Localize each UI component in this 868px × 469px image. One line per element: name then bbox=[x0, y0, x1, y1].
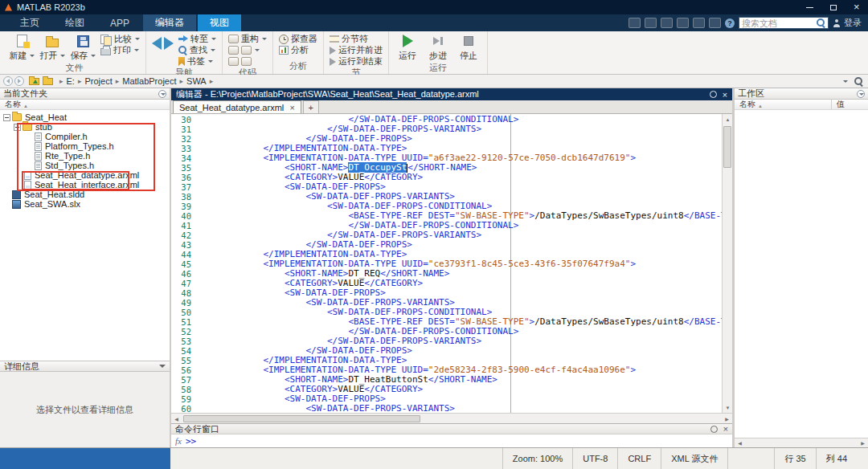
vertical-scroll-track[interactable] bbox=[723, 124, 732, 402]
panel-menu-icon[interactable] bbox=[158, 90, 166, 98]
close-icon bbox=[854, 2, 860, 13]
vertical-scroll-thumb[interactable] bbox=[723, 126, 731, 168]
cut-icon[interactable] bbox=[645, 18, 657, 28]
forward-button[interactable] bbox=[14, 76, 24, 86]
undo-icon[interactable] bbox=[693, 18, 705, 28]
tree-item-Seat_SWA.slx[interactable]: Seat_SWA.slx bbox=[0, 199, 170, 209]
code-tools-row-2[interactable] bbox=[228, 56, 267, 67]
refactor-icon bbox=[228, 35, 239, 43]
horizontal-scroll-thumb[interactable] bbox=[183, 415, 420, 422]
close-button[interactable] bbox=[845, 0, 868, 14]
collapse-toggle-icon[interactable] bbox=[3, 114, 10, 121]
file-h-icon bbox=[35, 133, 42, 141]
maximize-button[interactable] bbox=[821, 0, 845, 14]
open-button[interactable]: 打开 bbox=[39, 34, 65, 62]
close-tab-icon[interactable] bbox=[289, 103, 294, 112]
bookmark-button[interactable]: 书签 bbox=[178, 56, 216, 67]
analyze-button[interactable]: 分析 bbox=[279, 45, 317, 55]
panel-actions-icon[interactable] bbox=[710, 91, 717, 98]
details-empty-text: 选择文件以查看详细信息 bbox=[36, 404, 133, 416]
help-icon[interactable] bbox=[725, 18, 735, 28]
tree-item-Compiler.h[interactable]: Compiler.h bbox=[0, 132, 170, 141]
address-search-icon[interactable] bbox=[854, 77, 863, 86]
breadcrumb-segment[interactable]: Project bbox=[83, 76, 113, 86]
tab-view[interactable]: 视图 bbox=[198, 14, 241, 31]
vertical-scrollbar[interactable] bbox=[722, 114, 732, 413]
print-button[interactable]: 打印 bbox=[100, 45, 140, 55]
section-break-button[interactable]: 分节符 bbox=[330, 34, 383, 44]
scroll-down-arrow[interactable] bbox=[723, 402, 732, 413]
scroll-right-arrow[interactable] bbox=[722, 414, 732, 424]
name-column-header[interactable]: 名称 bbox=[0, 100, 170, 110]
paste-icon[interactable] bbox=[677, 18, 689, 28]
breadcrumb-segment[interactable]: MatlabProject bbox=[121, 76, 178, 86]
signin-button[interactable]: 登录 bbox=[833, 17, 862, 29]
tree-item-Std_Types.h[interactable]: Std_Types.h bbox=[0, 161, 170, 170]
address-dropdown-icon[interactable] bbox=[843, 80, 848, 83]
redo-icon[interactable] bbox=[709, 18, 721, 28]
code-tools-row-1[interactable] bbox=[228, 45, 267, 55]
refactor-button[interactable]: 重构 bbox=[228, 34, 267, 44]
workspace-name-column[interactable]: 名称 bbox=[735, 100, 832, 109]
status-encoding[interactable]: UTF-8 bbox=[572, 448, 617, 469]
compare-button[interactable]: 比较 bbox=[100, 34, 140, 44]
status-eol[interactable]: CRLF bbox=[617, 448, 661, 469]
tree-item-label: Seat_Heat_datatype.arxml bbox=[35, 170, 139, 180]
tree-item-Seat_Heat.sldd[interactable]: Seat_Heat.sldd bbox=[0, 190, 170, 199]
tree-item-Rte_Type.h[interactable]: Rte_Type.h bbox=[0, 151, 170, 161]
tab-home[interactable]: 主页 bbox=[8, 14, 51, 31]
tree-item-stub[interactable]: stub bbox=[0, 122, 170, 132]
step-button[interactable]: 步进 bbox=[425, 34, 451, 62]
command-prompt-area[interactable]: fx >> bbox=[171, 434, 732, 447]
details-header[interactable]: 详细信息 bbox=[0, 361, 170, 372]
minimize-button[interactable] bbox=[798, 0, 821, 14]
status-zoom[interactable]: Zoom: 100% bbox=[502, 448, 572, 469]
tab-editor[interactable]: 编辑器 bbox=[143, 14, 196, 31]
run-advance-button[interactable]: 运行并前进 bbox=[330, 45, 383, 55]
scroll-up-arrow[interactable] bbox=[723, 114, 732, 124]
details-title: 详细信息 bbox=[4, 361, 39, 373]
workspace-scrollbar[interactable] bbox=[735, 438, 868, 447]
folder-icon bbox=[23, 123, 32, 131]
step-button-label: 步进 bbox=[429, 50, 447, 62]
copy-icon[interactable] bbox=[661, 18, 673, 28]
tree-item-Seat_Heat_interface.arxml[interactable]: Seat_Heat_interface.arxml bbox=[0, 180, 170, 190]
save-button-label: 保存 bbox=[71, 50, 88, 62]
doc-search-box[interactable] bbox=[739, 17, 829, 29]
new-button[interactable]: 新建 bbox=[9, 34, 35, 62]
save-icon[interactable] bbox=[628, 18, 641, 28]
profiler-button[interactable]: 探查器 bbox=[279, 34, 317, 44]
navigate-forward-button[interactable] bbox=[164, 37, 174, 52]
horizontal-scrollbar[interactable] bbox=[171, 413, 732, 423]
tab-apps[interactable]: APP bbox=[98, 14, 141, 31]
back-button[interactable] bbox=[3, 76, 13, 86]
panel-menu-icon[interactable] bbox=[857, 90, 865, 98]
browse-folder-button[interactable] bbox=[43, 78, 53, 85]
breadcrumb-segment[interactable]: SWA bbox=[185, 76, 208, 86]
tree-item-Seat_Heat_datatype.arxml[interactable]: Seat_Heat_datatype.arxml bbox=[0, 170, 170, 180]
find-button[interactable]: 查找 bbox=[178, 45, 216, 55]
navigate-back-button[interactable] bbox=[152, 37, 162, 52]
new-tab-button[interactable] bbox=[303, 100, 319, 113]
up-folder-button[interactable] bbox=[29, 78, 39, 85]
workspace-value-column[interactable]: 值 bbox=[832, 100, 868, 109]
doc-search-input[interactable] bbox=[742, 18, 817, 28]
run-to-end-button[interactable]: 运行到结束 bbox=[330, 56, 383, 67]
status-filetype[interactable]: XML 源文件 bbox=[661, 448, 727, 469]
collapse-toggle-icon[interactable] bbox=[14, 124, 21, 131]
breadcrumb-segment[interactable]: E: bbox=[65, 76, 76, 86]
tree-item-Platform_Types.h[interactable]: Platform_Types.h bbox=[0, 141, 170, 151]
panel-actions-icon[interactable] bbox=[710, 426, 718, 433]
code-area[interactable]: </SW-DATA-DEF-PROPS-CONDITIONAL> </SW-DA… bbox=[195, 114, 722, 413]
goto-button[interactable]: 转至 bbox=[178, 34, 216, 44]
run-button[interactable]: 运行 bbox=[395, 34, 420, 62]
document-tab[interactable]: Seat_Heat_datatype.arxml bbox=[173, 100, 301, 113]
close-panel-icon[interactable] bbox=[723, 90, 727, 100]
breadcrumb: ▸E:▸Project▸MatlabProject▸SWA▸ bbox=[58, 76, 215, 86]
save-button[interactable]: 保存 bbox=[70, 34, 96, 62]
tab-plots[interactable]: 绘图 bbox=[53, 14, 96, 31]
stop-button[interactable]: 停止 bbox=[456, 34, 481, 62]
refactor-button-label: 重构 bbox=[241, 33, 259, 45]
close-panel-icon[interactable] bbox=[723, 424, 728, 434]
code-line-60[interactable]: <SW-DATA-DEF-PROPS-VARIANTS> bbox=[195, 404, 722, 413]
